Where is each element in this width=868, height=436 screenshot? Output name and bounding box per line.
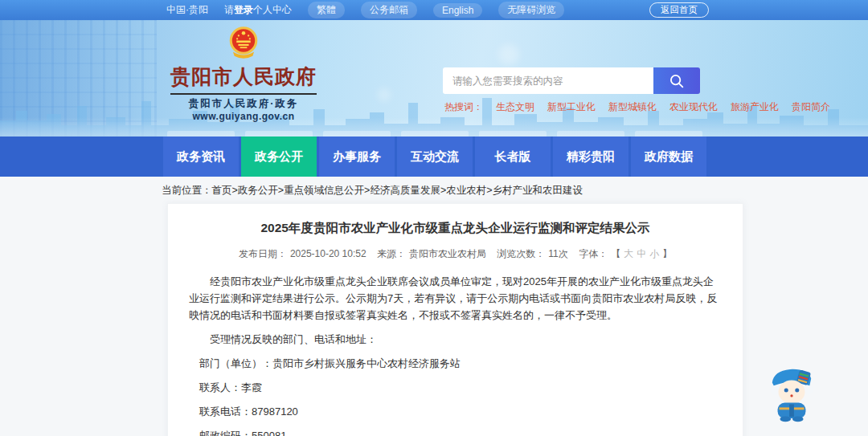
official-mailbox-link[interactable]: 公务邮箱 — [361, 2, 417, 18]
breadcrumb: 当前位置：首页>政务公开>重点领域信息公开>经济高质量发展>农业农村>乡村产业和… — [162, 184, 583, 198]
bracket-open: 【 — [611, 248, 620, 259]
nav-item-gov-data[interactable]: 政府数据 — [631, 137, 706, 177]
site-url: www.guiyang.gov.cn — [170, 111, 317, 122]
nav-item-interaction[interactable]: 互动交流 — [397, 137, 473, 177]
login-bold: 登录 — [234, 4, 253, 15]
publish-date-label: 发布日期： — [239, 248, 287, 259]
nav-item-highlights[interactable]: 精彩贵阳 — [553, 137, 628, 177]
contact-person: 联系人：李霞 — [189, 379, 722, 396]
contact-department: 部门（单位）：贵阳市乡村振兴服务中心农村经济服务站 — [189, 355, 722, 372]
views-label: 浏览次数： — [497, 248, 545, 259]
page: 中国·贵阳 请登录个人中心 繁體 公务邮箱 English 无障碍浏览 返回首页 — [0, 0, 868, 436]
hot-search-label: 热搜词： — [444, 100, 483, 114]
font-size-large-button[interactable]: 大 — [624, 248, 633, 259]
site-header: 贵阳市人民政府 贵阳市人民政府·政务 www.guiyang.gov.cn 热搜… — [0, 20, 868, 137]
bracket-close: 】 — [662, 248, 672, 259]
mascot-assistant[interactable] — [767, 363, 817, 422]
hot-search-row: 热搜词： 生态文明 新型工业化 新型城镇化 农业现代化 旅游产业化 贵阳简介 — [444, 100, 830, 114]
national-emblem-icon — [227, 25, 260, 62]
views-value: 11次 — [548, 248, 567, 259]
search-input[interactable] — [443, 67, 653, 94]
hot-word-link[interactable]: 新型城镇化 — [608, 100, 657, 114]
source-value: 贵阳市农业农村局 — [409, 248, 486, 259]
traditional-chinese-link[interactable]: 繁體 — [308, 2, 345, 18]
nav-item-news[interactable]: 政务资讯 — [163, 137, 239, 177]
site-subtitle: 贵阳市人民政府·政务 — [170, 93, 317, 111]
hot-word-link[interactable]: 旅游产业化 — [731, 100, 779, 114]
nav-item-disclosure[interactable]: 政务公开 — [241, 137, 317, 177]
english-link[interactable]: English — [433, 3, 482, 18]
mascot-icon — [767, 363, 817, 422]
publish-date: 2025-10-20 10:52 — [290, 248, 366, 259]
tech-pattern-decor — [0, 20, 157, 137]
font-size-medium-button[interactable]: 中 — [637, 248, 646, 259]
article-paragraph: 受理情况反映的部门、电话和地址： — [189, 331, 722, 348]
font-size-label: 字体： — [579, 248, 608, 259]
source-label: 来源： — [377, 248, 406, 259]
font-size-small-button[interactable]: 小 — [649, 248, 659, 259]
search-bar — [443, 67, 700, 94]
hot-word-link[interactable]: 贵阳简介 — [792, 100, 830, 114]
site-title: 贵阳市人民政府 — [170, 63, 317, 90]
login-prefix: 请 — [224, 4, 234, 15]
bokeh-decor — [498, 44, 519, 65]
hot-word-link[interactable]: 生态文明 — [496, 100, 534, 114]
nav-item-elderly-version[interactable]: 长者版 — [475, 137, 551, 177]
hot-word-link[interactable]: 农业现代化 — [669, 100, 718, 114]
article-card: 2025年度贵阳市农业产业化市级重点龙头企业运行监测和评定结果公示 发布日期：2… — [167, 203, 743, 436]
search-icon — [668, 72, 686, 90]
postal-code: 邮政编码：550081 — [189, 427, 722, 436]
region-link[interactable]: 中国·贵阳 — [166, 3, 208, 17]
topbar: 中国·贵阳 请登录个人中心 繁體 公务邮箱 English 无障碍浏览 返回首页 — [0, 0, 868, 20]
article-meta: 发布日期：2025-10-20 10:52 来源：贵阳市农业农村局 浏览次数：1… — [189, 247, 722, 261]
article-title: 2025年度贵阳市农业产业化市级重点龙头企业运行监测和评定结果公示 — [189, 220, 722, 237]
breadcrumb-label: 当前位置： — [162, 185, 212, 196]
article-paragraph: 经贵阳市农业产业化市级重点龙头企业联席会议成员单位审定，现对2025年开展的农业… — [189, 273, 722, 324]
return-home-button[interactable]: 返回首页 — [649, 2, 709, 18]
nav-item-services[interactable]: 办事服务 — [319, 137, 395, 177]
login-link[interactable]: 请登录个人中心 — [224, 3, 292, 17]
contact-phone: 联系电话：87987120 — [189, 403, 722, 420]
hot-word-link[interactable]: 新型工业化 — [547, 100, 596, 114]
main-nav: 政务资讯 政务公开 办事服务 互动交流 长者版 精彩贵阳 政府数据 — [0, 137, 868, 177]
accessibility-link[interactable]: 无障碍浏览 — [498, 2, 564, 18]
login-suffix: 个人中心 — [253, 4, 292, 15]
site-logo[interactable]: 贵阳市人民政府 贵阳市人民政府·政务 www.guiyang.gov.cn — [170, 25, 317, 122]
search-button[interactable] — [653, 67, 700, 94]
breadcrumb-path[interactable]: 首页>政务公开>重点领域信息公开>经济高质量发展>农业农村>乡村产业和农田建设 — [212, 185, 583, 196]
